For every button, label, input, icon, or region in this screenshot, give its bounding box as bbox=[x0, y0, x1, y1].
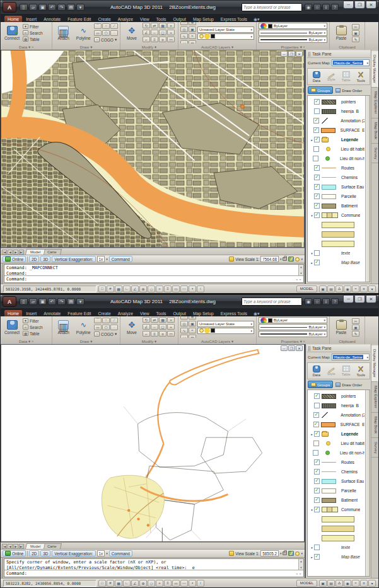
annotation-visibility-icon[interactable] bbox=[344, 580, 351, 587]
layer-visibility-checkbox[interactable] bbox=[314, 507, 320, 512]
caption-properties[interactable]: Properties▾» bbox=[257, 338, 330, 344]
save-icon[interactable] bbox=[38, 4, 47, 11]
lineweight-select[interactable]: ByLayer▾ bbox=[259, 37, 327, 43]
ribbon-options-icon[interactable] bbox=[254, 17, 260, 22]
layer-visibility-checkbox[interactable] bbox=[313, 450, 318, 456]
layer-row[interactable]: Lieu dit habite bbox=[310, 439, 364, 448]
layer-match-icon[interactable] bbox=[189, 33, 196, 39]
cut-icon[interactable] bbox=[352, 24, 359, 30]
tab-map-setup[interactable]: Map Setup bbox=[190, 16, 217, 22]
dyn-icon[interactable] bbox=[172, 580, 180, 587]
tab-insert[interactable]: Insert bbox=[23, 310, 40, 316]
array-icon[interactable] bbox=[159, 23, 166, 28]
search-icon[interactable] bbox=[305, 4, 312, 11]
tab-survey[interactable]: Survey bbox=[371, 438, 378, 458]
layer-freeze-icon[interactable] bbox=[189, 22, 196, 25]
scale-icon[interactable] bbox=[167, 324, 175, 330]
expand-arrow-icon[interactable] bbox=[310, 432, 314, 436]
chevron-down-icon[interactable]: ▾ bbox=[280, 257, 282, 261]
paste-button[interactable]: Paste bbox=[332, 26, 351, 40]
layer-visibility-checkbox[interactable] bbox=[313, 127, 319, 133]
snap-icon[interactable] bbox=[107, 580, 114, 587]
layer-visibility-checkbox[interactable] bbox=[314, 250, 320, 256]
qat-dropdown-icon[interactable] bbox=[76, 4, 85, 11]
plot-icon[interactable] bbox=[67, 4, 75, 11]
tools-menu-button[interactable]: Tools bbox=[355, 71, 368, 83]
layer-row[interactable] bbox=[310, 229, 364, 239]
lightbulb-icon[interactable] bbox=[295, 257, 300, 262]
caption-autocad-layers[interactable]: AutoCAD Layers▾ bbox=[178, 338, 257, 344]
caption-clipboard[interactable]: Clipboard bbox=[330, 338, 365, 344]
ribbon-options-icon[interactable] bbox=[254, 311, 260, 316]
layer-visibility-checkbox[interactable] bbox=[313, 118, 319, 124]
layer-row[interactable]: Lieu dit non-habite bbox=[310, 448, 364, 458]
application-menu-icon[interactable]: A bbox=[3, 2, 16, 13]
ducs-icon[interactable] bbox=[164, 580, 172, 587]
layer-row[interactable] bbox=[310, 239, 364, 248]
vertical-exaggeration-value[interactable]: 1x bbox=[97, 550, 105, 556]
layer-row[interactable]: Commune bbox=[310, 210, 364, 220]
current-map-select[interactable]: Hauts-de_Seine ▾ bbox=[332, 354, 370, 360]
tab-analyze[interactable]: Analyze bbox=[115, 16, 136, 22]
layer-row[interactable]: Routes bbox=[310, 458, 364, 467]
layer-visibility-checkbox[interactable] bbox=[314, 459, 320, 465]
tab-insert[interactable]: Insert bbox=[23, 16, 40, 22]
last-tab-icon[interactable]: ▶| bbox=[19, 544, 24, 549]
layer-visibility-checkbox[interactable] bbox=[313, 156, 318, 161]
search-icon[interactable] bbox=[305, 298, 312, 305]
online-button[interactable]: Online bbox=[3, 550, 26, 556]
drawing-restore-button[interactable]: ❐ bbox=[288, 345, 295, 351]
drawing-restore-button[interactable]: ❐ bbox=[288, 51, 295, 57]
dyn-icon[interactable] bbox=[172, 285, 180, 292]
expand-arrow-icon[interactable] bbox=[310, 555, 314, 559]
ortho-icon[interactable] bbox=[123, 580, 131, 587]
overflow-menu-icon[interactable]: ▾ bbox=[301, 551, 303, 555]
help-icon[interactable] bbox=[331, 298, 339, 305]
command-toggle-button[interactable]: Command bbox=[109, 256, 132, 262]
quickview-icon[interactable] bbox=[327, 580, 335, 587]
tab-map-explorer[interactable]: Map Explorer bbox=[371, 88, 378, 118]
polar-icon[interactable] bbox=[131, 285, 139, 292]
trim-icon[interactable] bbox=[143, 37, 150, 42]
chevron-down-icon[interactable]: ▾ bbox=[106, 551, 108, 555]
layer-row[interactable]: Commune bbox=[310, 505, 364, 514]
first-tab-icon[interactable]: |◀ bbox=[2, 250, 7, 255]
layer-select[interactable]: ▾ bbox=[197, 33, 254, 40]
layer-row[interactable]: texte bbox=[310, 248, 364, 258]
close-button[interactable]: ✕ bbox=[366, 295, 376, 303]
tree-scrollbar[interactable] bbox=[365, 390, 370, 576]
data-menu-button[interactable]: Data bbox=[310, 366, 323, 377]
tab-map-book[interactable]: Map Book bbox=[371, 413, 378, 438]
otrack-icon[interactable] bbox=[156, 285, 163, 292]
rotate-icon[interactable] bbox=[143, 23, 150, 28]
layer-row[interactable]: Legende bbox=[310, 429, 364, 439]
layer-visibility-checkbox[interactable] bbox=[314, 99, 320, 105]
snap-icon[interactable] bbox=[107, 285, 114, 292]
grid-icon[interactable] bbox=[115, 285, 122, 292]
polygon-icon[interactable] bbox=[102, 30, 110, 36]
cogo-button[interactable]: COGO▾ bbox=[94, 331, 118, 337]
linetype-select[interactable]: ByLayer▾ bbox=[259, 324, 327, 330]
search-button[interactable]: Search bbox=[23, 30, 43, 36]
caption-data[interactable]: Data▾» bbox=[1, 43, 52, 50]
command-input-line[interactable]: Command: ◂ ▸ bbox=[4, 275, 303, 282]
3d-button[interactable]: 3D bbox=[40, 550, 50, 556]
expand-arrow-icon[interactable] bbox=[310, 508, 314, 512]
caption-draw[interactable]: Draw▾ bbox=[52, 43, 120, 50]
explode-icon[interactable] bbox=[159, 37, 166, 42]
tab-display-manager[interactable]: Display Manager bbox=[371, 51, 378, 88]
layer-row[interactable]: Batiment bbox=[310, 201, 364, 210]
tab-home[interactable]: Home bbox=[4, 310, 22, 316]
array-icon[interactable] bbox=[159, 317, 166, 323]
tools-menu-button[interactable]: Tools bbox=[355, 366, 368, 377]
caption-modify[interactable]: Modify▾ bbox=[120, 43, 178, 50]
vertical-exaggeration-value[interactable]: 1x bbox=[97, 256, 105, 262]
overflow-menu-icon[interactable]: ▾ bbox=[301, 257, 303, 261]
panel-launcher-icon[interactable]: » bbox=[32, 339, 33, 343]
expand-arrow-icon[interactable] bbox=[310, 546, 314, 550]
scale-icon[interactable] bbox=[167, 30, 175, 35]
rotate-icon[interactable] bbox=[143, 317, 150, 323]
layer-isolate-icon[interactable] bbox=[180, 22, 188, 25]
open-icon[interactable] bbox=[29, 4, 37, 11]
undo-icon[interactable] bbox=[48, 298, 56, 305]
